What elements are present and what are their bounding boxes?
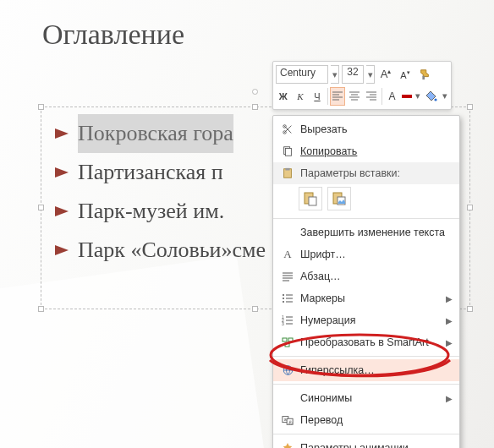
submenu-arrow-icon: ▶ bbox=[446, 294, 453, 303]
submenu-arrow-icon: ▶ bbox=[446, 316, 453, 325]
align-right-button[interactable] bbox=[365, 87, 379, 106]
align-center-button[interactable] bbox=[348, 87, 362, 106]
menu-hyperlink[interactable]: Гиперссылка… bbox=[273, 359, 459, 381]
smartart-icon bbox=[278, 337, 297, 347]
menu-numbering[interactable]: 123 Нумерация ▶ bbox=[273, 309, 459, 331]
resize-handle[interactable] bbox=[38, 306, 44, 312]
italic-button[interactable]: К bbox=[293, 87, 307, 106]
svg-text:あ: あ bbox=[288, 419, 293, 424]
menu-animation[interactable]: Параметры анимации… bbox=[273, 437, 459, 448]
menu-label: Абзац… bbox=[297, 270, 454, 282]
translate-icon: aあ bbox=[278, 414, 297, 426]
paste-picture-button[interactable] bbox=[327, 187, 351, 210]
menu-separator bbox=[273, 218, 459, 219]
mini-toolbar: Century▾ 32▾ A▴ A▾ Ж К Ч A ▾ ▾ bbox=[272, 61, 452, 110]
menu-paragraph[interactable]: Абзац… bbox=[273, 265, 459, 287]
menu-label: Маркеры bbox=[297, 292, 446, 304]
menu-cut[interactable]: Вырезать bbox=[273, 118, 459, 140]
rotate-handle[interactable] bbox=[252, 89, 258, 95]
menu-label: Копировать bbox=[300, 145, 357, 157]
menu-label: Нумерация bbox=[297, 314, 446, 326]
menu-separator bbox=[273, 434, 459, 434]
menu-synonyms[interactable]: Синонимы ▶ bbox=[273, 387, 459, 409]
font-name-dropdown-icon[interactable]: ▾ bbox=[331, 65, 339, 84]
resize-handle[interactable] bbox=[467, 205, 473, 210]
svg-text:a: a bbox=[284, 417, 287, 422]
svg-point-1 bbox=[434, 98, 436, 101]
underline-button[interactable]: Ч bbox=[310, 87, 324, 106]
bullet-icon bbox=[55, 206, 74, 216]
paragraph-icon bbox=[278, 271, 297, 281]
align-left-button[interactable] bbox=[330, 87, 344, 106]
menu-label: Преобразовать в SmartArt bbox=[297, 336, 446, 348]
copy-icon bbox=[278, 145, 297, 157]
font-color-dropdown-icon[interactable]: ▾ bbox=[414, 87, 421, 106]
svg-rect-7 bbox=[285, 168, 289, 171]
bullet-icon bbox=[55, 128, 74, 139]
resize-handle[interactable] bbox=[38, 104, 44, 110]
resize-handle[interactable] bbox=[467, 306, 473, 312]
menu-bullets[interactable]: Маркеры ▶ bbox=[273, 287, 459, 309]
menu-label: Перевод bbox=[297, 414, 454, 426]
list-item-tail: сме bbox=[232, 231, 266, 270]
bullets-icon bbox=[278, 293, 297, 303]
list-item-text[interactable]: Парк-музей им. bbox=[78, 192, 224, 231]
font-icon: A bbox=[278, 248, 297, 261]
menu-label: Вырезать bbox=[297, 123, 454, 135]
list-item-text[interactable]: Парк «Соловьи» bbox=[78, 231, 232, 270]
list-item-text[interactable]: Покровская гора bbox=[78, 114, 233, 153]
separator bbox=[327, 88, 328, 105]
menu-separator bbox=[273, 384, 459, 385]
format-painter-button[interactable] bbox=[416, 65, 433, 84]
submenu-arrow-icon: ▶ bbox=[446, 394, 453, 403]
increase-font-button[interactable]: A▴ bbox=[377, 65, 394, 84]
svg-rect-18 bbox=[283, 338, 287, 341]
menu-label: Параметры вставки: bbox=[297, 167, 454, 179]
menu-label: Завершить изменение текста bbox=[297, 227, 454, 238]
paste-keep-source-button[interactable] bbox=[299, 187, 322, 210]
numbering-icon: 123 bbox=[278, 315, 297, 325]
submenu-arrow-icon: ▶ bbox=[446, 338, 453, 347]
svg-rect-0 bbox=[422, 76, 425, 79]
svg-point-14 bbox=[283, 301, 284, 303]
svg-rect-9 bbox=[309, 197, 316, 205]
svg-rect-19 bbox=[288, 338, 293, 341]
menu-paste-header: Параметры вставки: bbox=[273, 162, 459, 184]
font-color-button[interactable]: A bbox=[385, 87, 399, 106]
menu-label: Синонимы bbox=[297, 392, 446, 404]
resize-handle[interactable] bbox=[252, 306, 258, 312]
svg-rect-5 bbox=[285, 149, 291, 156]
hyperlink-icon bbox=[278, 364, 297, 376]
animation-icon bbox=[278, 442, 297, 448]
svg-rect-20 bbox=[285, 343, 289, 347]
shape-fill-dropdown-icon[interactable]: ▾ bbox=[442, 87, 448, 106]
menu-copy[interactable]: Копировать bbox=[273, 140, 459, 162]
menu-smartart[interactable]: Преобразовать в SmartArt ▶ bbox=[273, 331, 459, 353]
font-color-swatch[interactable] bbox=[402, 95, 412, 98]
resize-handle[interactable] bbox=[38, 205, 44, 210]
svg-point-13 bbox=[283, 298, 284, 299]
font-size-input[interactable]: 32 bbox=[342, 65, 364, 84]
font-size-dropdown-icon[interactable]: ▾ bbox=[366, 65, 375, 84]
resize-handle[interactable] bbox=[467, 104, 473, 110]
page-title: Оглавление bbox=[42, 19, 184, 51]
menu-translate[interactable]: aあ Перевод bbox=[273, 409, 459, 431]
svg-text:3: 3 bbox=[282, 321, 284, 325]
menu-label: Гиперссылка… bbox=[297, 364, 454, 376]
bold-button[interactable]: Ж bbox=[276, 87, 290, 106]
context-menu: Вырезать Копировать Параметры вставки: З… bbox=[272, 115, 460, 448]
font-name-input[interactable]: Century bbox=[276, 65, 328, 84]
bullet-icon bbox=[55, 167, 74, 178]
menu-separator bbox=[273, 356, 459, 357]
decrease-font-button[interactable]: A▾ bbox=[397, 65, 414, 84]
menu-finish-edit[interactable]: Завершить изменение текста bbox=[273, 221, 459, 243]
list-item-text[interactable]: Партизанская п bbox=[78, 153, 223, 192]
menu-label: Параметры анимации… bbox=[297, 442, 454, 448]
menu-font[interactable]: A Шрифт… bbox=[273, 243, 459, 265]
shape-fill-button[interactable] bbox=[424, 87, 438, 106]
separator bbox=[381, 88, 382, 105]
paste-options bbox=[273, 184, 459, 216]
resize-handle[interactable] bbox=[252, 104, 258, 110]
clipboard-icon bbox=[278, 167, 297, 179]
bullet-icon bbox=[55, 245, 74, 255]
